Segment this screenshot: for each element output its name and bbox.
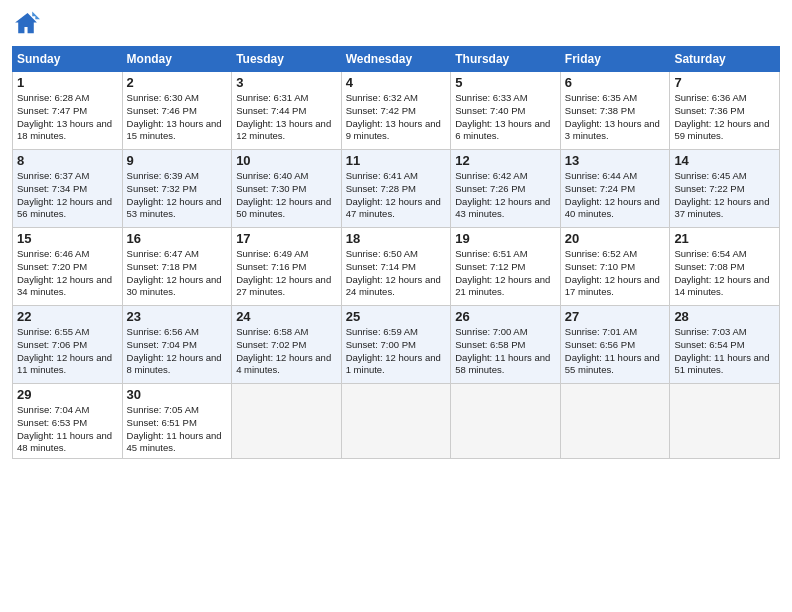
day-number: 23: [127, 309, 228, 324]
calendar-cell: 26Sunrise: 7:00 AMSunset: 6:58 PMDayligh…: [451, 306, 561, 384]
calendar-cell: 29Sunrise: 7:04 AMSunset: 6:53 PMDayligh…: [13, 384, 123, 459]
cell-content: Sunrise: 6:44 AMSunset: 7:24 PMDaylight:…: [565, 170, 666, 221]
cell-content: Sunrise: 6:54 AMSunset: 7:08 PMDaylight:…: [674, 248, 775, 299]
cell-content: Sunrise: 6:50 AMSunset: 7:14 PMDaylight:…: [346, 248, 447, 299]
week-row-4: 22Sunrise: 6:55 AMSunset: 7:06 PMDayligh…: [13, 306, 780, 384]
cell-content: Sunrise: 6:58 AMSunset: 7:02 PMDaylight:…: [236, 326, 337, 377]
calendar-cell: 3Sunrise: 6:31 AMSunset: 7:44 PMDaylight…: [232, 72, 342, 150]
calendar-cell: 12Sunrise: 6:42 AMSunset: 7:26 PMDayligh…: [451, 150, 561, 228]
cell-content: Sunrise: 6:51 AMSunset: 7:12 PMDaylight:…: [455, 248, 556, 299]
svg-marker-1: [32, 12, 40, 20]
day-number: 26: [455, 309, 556, 324]
day-number: 25: [346, 309, 447, 324]
day-number: 15: [17, 231, 118, 246]
cell-content: Sunrise: 6:33 AMSunset: 7:40 PMDaylight:…: [455, 92, 556, 143]
header-row: SundayMondayTuesdayWednesdayThursdayFrid…: [13, 47, 780, 72]
cell-content: Sunrise: 6:37 AMSunset: 7:34 PMDaylight:…: [17, 170, 118, 221]
calendar-cell: 28Sunrise: 7:03 AMSunset: 6:54 PMDayligh…: [670, 306, 780, 384]
calendar-cell: 14Sunrise: 6:45 AMSunset: 7:22 PMDayligh…: [670, 150, 780, 228]
calendar-cell: 18Sunrise: 6:50 AMSunset: 7:14 PMDayligh…: [341, 228, 451, 306]
day-number: 12: [455, 153, 556, 168]
day-number: 21: [674, 231, 775, 246]
page-header: [12, 10, 780, 38]
calendar-cell: 30Sunrise: 7:05 AMSunset: 6:51 PMDayligh…: [122, 384, 232, 459]
day-number: 14: [674, 153, 775, 168]
day-number: 27: [565, 309, 666, 324]
day-number: 7: [674, 75, 775, 90]
calendar-table: SundayMondayTuesdayWednesdayThursdayFrid…: [12, 46, 780, 459]
col-header-sunday: Sunday: [13, 47, 123, 72]
day-number: 1: [17, 75, 118, 90]
cell-content: Sunrise: 7:05 AMSunset: 6:51 PMDaylight:…: [127, 404, 228, 455]
week-row-5: 29Sunrise: 7:04 AMSunset: 6:53 PMDayligh…: [13, 384, 780, 459]
cell-content: Sunrise: 6:32 AMSunset: 7:42 PMDaylight:…: [346, 92, 447, 143]
calendar-cell: 8Sunrise: 6:37 AMSunset: 7:34 PMDaylight…: [13, 150, 123, 228]
logo: [12, 10, 44, 38]
day-number: 10: [236, 153, 337, 168]
cell-content: Sunrise: 6:31 AMSunset: 7:44 PMDaylight:…: [236, 92, 337, 143]
calendar-cell: 24Sunrise: 6:58 AMSunset: 7:02 PMDayligh…: [232, 306, 342, 384]
cell-content: Sunrise: 6:28 AMSunset: 7:47 PMDaylight:…: [17, 92, 118, 143]
col-header-wednesday: Wednesday: [341, 47, 451, 72]
day-number: 9: [127, 153, 228, 168]
cell-content: Sunrise: 6:42 AMSunset: 7:26 PMDaylight:…: [455, 170, 556, 221]
cell-content: Sunrise: 6:47 AMSunset: 7:18 PMDaylight:…: [127, 248, 228, 299]
calendar-cell: 21Sunrise: 6:54 AMSunset: 7:08 PMDayligh…: [670, 228, 780, 306]
calendar-cell: 5Sunrise: 6:33 AMSunset: 7:40 PMDaylight…: [451, 72, 561, 150]
day-number: 13: [565, 153, 666, 168]
cell-content: Sunrise: 6:45 AMSunset: 7:22 PMDaylight:…: [674, 170, 775, 221]
cell-content: Sunrise: 6:52 AMSunset: 7:10 PMDaylight:…: [565, 248, 666, 299]
cell-content: Sunrise: 7:00 AMSunset: 6:58 PMDaylight:…: [455, 326, 556, 377]
day-number: 28: [674, 309, 775, 324]
calendar-cell: 11Sunrise: 6:41 AMSunset: 7:28 PMDayligh…: [341, 150, 451, 228]
day-number: 3: [236, 75, 337, 90]
calendar-cell: [670, 384, 780, 459]
cell-content: Sunrise: 6:30 AMSunset: 7:46 PMDaylight:…: [127, 92, 228, 143]
cell-content: Sunrise: 6:56 AMSunset: 7:04 PMDaylight:…: [127, 326, 228, 377]
calendar-cell: 23Sunrise: 6:56 AMSunset: 7:04 PMDayligh…: [122, 306, 232, 384]
cell-content: Sunrise: 6:36 AMSunset: 7:36 PMDaylight:…: [674, 92, 775, 143]
cell-content: Sunrise: 6:55 AMSunset: 7:06 PMDaylight:…: [17, 326, 118, 377]
cell-content: Sunrise: 6:49 AMSunset: 7:16 PMDaylight:…: [236, 248, 337, 299]
day-number: 30: [127, 387, 228, 402]
cell-content: Sunrise: 7:03 AMSunset: 6:54 PMDaylight:…: [674, 326, 775, 377]
day-number: 2: [127, 75, 228, 90]
day-number: 20: [565, 231, 666, 246]
calendar-cell: [232, 384, 342, 459]
day-number: 17: [236, 231, 337, 246]
day-number: 6: [565, 75, 666, 90]
logo-icon: [12, 10, 40, 38]
calendar-cell: 15Sunrise: 6:46 AMSunset: 7:20 PMDayligh…: [13, 228, 123, 306]
day-number: 8: [17, 153, 118, 168]
calendar-cell: 19Sunrise: 6:51 AMSunset: 7:12 PMDayligh…: [451, 228, 561, 306]
calendar-cell: 4Sunrise: 6:32 AMSunset: 7:42 PMDaylight…: [341, 72, 451, 150]
col-header-monday: Monday: [122, 47, 232, 72]
week-row-1: 1Sunrise: 6:28 AMSunset: 7:47 PMDaylight…: [13, 72, 780, 150]
calendar-cell: 7Sunrise: 6:36 AMSunset: 7:36 PMDaylight…: [670, 72, 780, 150]
cell-content: Sunrise: 7:01 AMSunset: 6:56 PMDaylight:…: [565, 326, 666, 377]
week-row-2: 8Sunrise: 6:37 AMSunset: 7:34 PMDaylight…: [13, 150, 780, 228]
day-number: 24: [236, 309, 337, 324]
calendar-cell: 17Sunrise: 6:49 AMSunset: 7:16 PMDayligh…: [232, 228, 342, 306]
day-number: 5: [455, 75, 556, 90]
calendar-cell: 20Sunrise: 6:52 AMSunset: 7:10 PMDayligh…: [560, 228, 670, 306]
cell-content: Sunrise: 6:41 AMSunset: 7:28 PMDaylight:…: [346, 170, 447, 221]
calendar-cell: 10Sunrise: 6:40 AMSunset: 7:30 PMDayligh…: [232, 150, 342, 228]
cell-content: Sunrise: 6:40 AMSunset: 7:30 PMDaylight:…: [236, 170, 337, 221]
day-number: 4: [346, 75, 447, 90]
calendar-cell: 9Sunrise: 6:39 AMSunset: 7:32 PMDaylight…: [122, 150, 232, 228]
cell-content: Sunrise: 6:59 AMSunset: 7:00 PMDaylight:…: [346, 326, 447, 377]
week-row-3: 15Sunrise: 6:46 AMSunset: 7:20 PMDayligh…: [13, 228, 780, 306]
cell-content: Sunrise: 6:39 AMSunset: 7:32 PMDaylight:…: [127, 170, 228, 221]
cell-content: Sunrise: 6:35 AMSunset: 7:38 PMDaylight:…: [565, 92, 666, 143]
day-number: 22: [17, 309, 118, 324]
cell-content: Sunrise: 7:04 AMSunset: 6:53 PMDaylight:…: [17, 404, 118, 455]
calendar-cell: [560, 384, 670, 459]
col-header-thursday: Thursday: [451, 47, 561, 72]
col-header-saturday: Saturday: [670, 47, 780, 72]
cell-content: Sunrise: 6:46 AMSunset: 7:20 PMDaylight:…: [17, 248, 118, 299]
day-number: 18: [346, 231, 447, 246]
calendar-cell: 22Sunrise: 6:55 AMSunset: 7:06 PMDayligh…: [13, 306, 123, 384]
col-header-friday: Friday: [560, 47, 670, 72]
calendar-cell: [341, 384, 451, 459]
